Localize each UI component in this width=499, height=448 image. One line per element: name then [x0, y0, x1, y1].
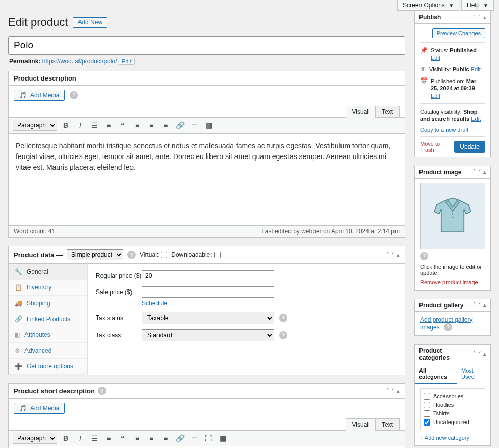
bold-icon[interactable]: B [60, 120, 71, 131]
tab-attributes[interactable]: ◧Attributes [9, 327, 87, 343]
fullscreen-icon[interactable]: ⛶ [203, 433, 214, 444]
schedule-link[interactable]: Schedule [142, 300, 397, 307]
align-center-icon[interactable]: ≡ [146, 433, 157, 444]
update-button[interactable]: Update [454, 141, 485, 153]
bullet-list-icon[interactable]: ☰ [89, 433, 100, 444]
paragraph-select[interactable]: Paragraph [13, 433, 57, 444]
panel-toggle-icon[interactable]: ▴ [483, 302, 486, 308]
tax-status-help-icon[interactable]: ? [279, 314, 287, 322]
link-icon[interactable]: 🔗 [174, 120, 186, 131]
bold-icon[interactable]: B [60, 433, 71, 444]
date-edit-link[interactable]: Edit [431, 93, 440, 99]
category-checkbox[interactable] [424, 393, 430, 400]
gallery-help-icon[interactable]: ? [444, 323, 452, 331]
align-right-icon[interactable]: ≡ [160, 120, 171, 131]
numbered-list-icon[interactable]: ≡ [103, 433, 114, 444]
readmore-icon[interactable]: ▭ [189, 433, 200, 444]
product-type-select[interactable]: Simple product [67, 249, 123, 260]
description-help-icon[interactable]: ? [70, 91, 78, 99]
tax-class-select[interactable]: Standard [142, 329, 274, 341]
align-left-icon[interactable]: ≡ [132, 433, 143, 444]
panel-toggle-icon[interactable]: ▴ [397, 388, 400, 394]
title-input[interactable] [8, 36, 405, 55]
visibility-edit-link[interactable]: Edit [471, 66, 481, 72]
categories-tab-most-used[interactable]: Most Used [457, 364, 490, 384]
panel-toggle-icon[interactable]: ▴ [483, 169, 486, 175]
paragraph-select[interactable]: Paragraph [13, 120, 57, 131]
panel-up-icon[interactable]: ˄ [473, 14, 476, 21]
panel-up-icon[interactable]: ˄ [473, 351, 476, 357]
panel-down-icon[interactable]: ˅ [478, 351, 481, 357]
tab-get-more[interactable]: ➕Get more options [9, 359, 87, 375]
move-to-trash-link[interactable]: Move to Trash [420, 141, 454, 153]
inventory-icon: 📋 [15, 284, 22, 291]
tab-linked-products[interactable]: 🔗Linked Products [9, 311, 87, 327]
tab-inventory[interactable]: 📋Inventory [9, 280, 87, 296]
quote-icon[interactable]: ❝ [117, 120, 128, 131]
panel-toggle-icon[interactable]: ▴ [397, 252, 400, 258]
bullet-list-icon[interactable]: ☰ [89, 120, 100, 131]
panel-up-icon[interactable]: ˄ [386, 252, 389, 258]
status-edit-link[interactable]: Edit [431, 55, 440, 61]
align-center-icon[interactable]: ≡ [146, 120, 157, 131]
link-icon[interactable]: 🔗 [174, 433, 186, 444]
panel-up-icon[interactable]: ˄ [473, 302, 476, 308]
toolbar-toggle-icon[interactable]: ▦ [203, 120, 214, 131]
tab-advanced[interactable]: ⚙Advanced [9, 343, 87, 359]
permalink-url[interactable]: https://woo.tst/product/polo/ [42, 58, 117, 65]
downloadable-checkbox[interactable] [214, 252, 221, 258]
product-type-help-icon[interactable]: ? [127, 251, 136, 259]
virtual-checkbox[interactable] [161, 252, 167, 258]
permalink-edit-button[interactable]: Edit [119, 58, 135, 65]
regular-price-input[interactable] [142, 270, 274, 281]
short-desc-help-icon[interactable]: ? [98, 387, 106, 395]
category-item[interactable]: Uncategorized [424, 418, 482, 427]
tax-class-help-icon[interactable]: ? [279, 331, 287, 339]
italic-icon[interactable]: I [74, 433, 86, 444]
category-item[interactable]: Accessories [424, 392, 482, 401]
category-item[interactable]: Hoodies [424, 401, 482, 409]
italic-icon[interactable]: I [74, 120, 86, 131]
help-tab[interactable]: Help ▼ [461, 0, 494, 11]
image-help-icon[interactable]: ? [420, 252, 428, 260]
sale-price-input[interactable] [142, 286, 274, 298]
product-image[interactable] [420, 183, 485, 249]
tab-general[interactable]: 🔧General [9, 264, 87, 280]
category-checkbox[interactable] [424, 402, 430, 408]
toolbar-toggle-icon[interactable]: ▦ [217, 433, 228, 444]
readmore-icon[interactable]: ▭ [189, 120, 200, 131]
panel-toggle-icon[interactable]: ▴ [483, 14, 486, 21]
category-checkbox[interactable] [424, 410, 430, 417]
copy-to-draft-link[interactable]: Copy to a new draft [420, 127, 485, 133]
description-editor[interactable]: Pellentesque habitant morbi tristique se… [9, 134, 405, 225]
numbered-list-icon[interactable]: ≡ [103, 120, 114, 131]
catalog-edit-link[interactable]: Edit [471, 116, 481, 122]
preview-button[interactable]: Preview Changes [432, 28, 485, 38]
panel-up-icon[interactable]: ˄ [386, 388, 389, 394]
align-right-icon[interactable]: ≡ [160, 433, 171, 444]
add-media-button[interactable]: 🎵 Add Media [14, 90, 65, 101]
category-item[interactable]: Tshirts [424, 409, 482, 418]
panel-down-icon[interactable]: ˅ [478, 14, 481, 21]
panel-down-icon[interactable]: ˅ [391, 388, 395, 394]
visual-tab[interactable]: Visual [346, 418, 375, 431]
align-left-icon[interactable]: ≡ [132, 120, 143, 131]
text-tab[interactable]: Text [375, 418, 400, 431]
panel-up-icon[interactable]: ˄ [473, 169, 476, 175]
tab-shipping[interactable]: 🚚Shipping [9, 296, 87, 311]
categories-tab-all[interactable]: All categories [415, 364, 457, 384]
add-new-button[interactable]: Add New [73, 17, 107, 28]
visual-tab[interactable]: Visual [346, 106, 375, 118]
add-media-button[interactable]: 🎵 Add Media [14, 403, 65, 414]
text-tab[interactable]: Text [375, 106, 400, 118]
screen-options-tab[interactable]: Screen Options ▼ [397, 0, 459, 11]
panel-toggle-icon[interactable]: ▴ [483, 351, 486, 357]
category-checkbox[interactable] [424, 419, 430, 426]
panel-down-icon[interactable]: ˅ [478, 302, 481, 308]
panel-down-icon[interactable]: ˅ [478, 169, 481, 175]
tax-status-select[interactable]: Taxable [142, 312, 274, 324]
add-new-category-link[interactable]: + Add new category [420, 435, 469, 441]
quote-icon[interactable]: ❝ [117, 433, 128, 444]
remove-image-link[interactable]: Remove product image [420, 279, 478, 285]
panel-down-icon[interactable]: ˅ [391, 252, 395, 258]
